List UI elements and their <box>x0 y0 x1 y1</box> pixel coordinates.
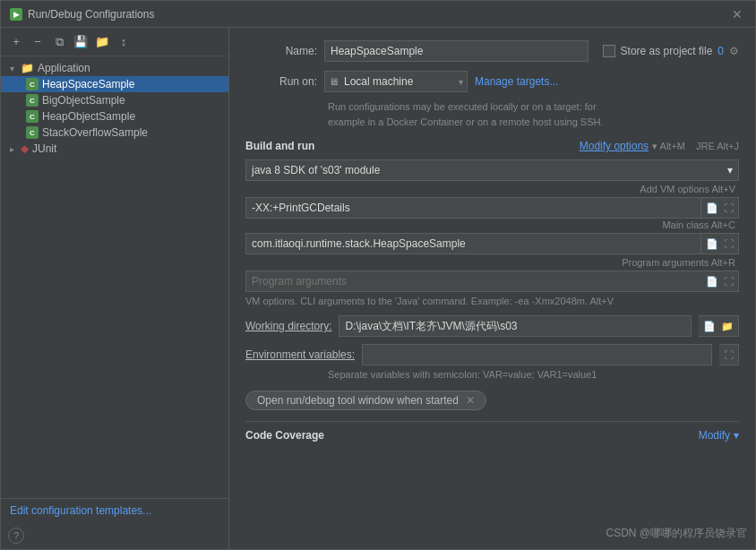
main-class-row: 📄 ⛶ <box>245 233 739 254</box>
build-run-header: Build and run Modify options ▾ Alt+M JRE… <box>245 140 739 152</box>
vm-folder-icon[interactable]: 📄 <box>704 202 720 215</box>
sdk-dropdown[interactable]: java 8 SDK of 's03' module ▾ <box>245 159 739 181</box>
env-hint: Separate variables with semicolon: VAR=v… <box>328 369 739 380</box>
modify-arrow-icon: ▾ <box>734 429 739 442</box>
add-config-button[interactable]: + <box>6 32 26 52</box>
add-vm-hint: Add VM options Alt+V <box>636 183 739 195</box>
vm-hint-text: VM options. CLI arguments to the 'Java' … <box>245 296 739 306</box>
title-bar: ▶ Run/Debug Configurations ✕ <box>1 1 755 28</box>
store-badge: 0 <box>717 45 724 57</box>
remove-config-button[interactable]: − <box>28 32 47 52</box>
copy-config-button[interactable]: ⧉ <box>49 32 69 52</box>
open-tool-chip[interactable]: Open run/debug tool window when started … <box>245 391 486 410</box>
code-coverage-modify-dropdown[interactable]: Modify ▾ <box>699 429 739 442</box>
dropdown-arrow-icon: ▾ <box>459 77 463 87</box>
vm-options-row: 📄 ⛶ <box>245 197 739 219</box>
junit-icon: ◆ <box>21 142 29 155</box>
chevron-right-icon: ▸ <box>6 144 17 154</box>
name-input[interactable] <box>324 40 588 62</box>
help-button[interactable]: ? <box>8 528 24 544</box>
vm-options-input[interactable] <box>245 197 701 219</box>
env-vars-expand-icon[interactable]: ⛶ <box>722 348 735 361</box>
class-icon: C <box>26 78 39 90</box>
env-vars-row: Environment variables: ⛶ <box>245 344 739 365</box>
store-checkbox[interactable] <box>603 45 615 57</box>
modify-options: Modify options ▾ Alt+M JRE Alt+J <box>580 140 739 152</box>
application-group-label: Application <box>38 62 90 74</box>
code-coverage-row: Code Coverage Modify ▾ <box>245 421 739 442</box>
main-class-folder-icon[interactable]: 📄 <box>704 237 720 251</box>
left-footer-bottom: ? <box>1 522 228 549</box>
junit-group-label: JUnit <box>32 142 56 155</box>
main-class-hint: Main class Alt+C <box>658 219 739 231</box>
left-footer: Edit configuration templates... <box>1 498 228 522</box>
main-class-field-icons: 📄 ⛶ <box>701 233 739 254</box>
jre-hint: JRE Alt+J <box>696 141 739 151</box>
app-icon: ▶ <box>10 8 22 21</box>
config-tree: ▾ 📁 Application C HeapSpaceSample C BigO… <box>1 56 228 498</box>
class-icon: C <box>26 110 39 123</box>
junit-group[interactable]: ▸ ◆ JUnit <box>1 141 228 157</box>
run-on-dropdown[interactable]: 🖥 Local machine ▾ <box>324 71 468 92</box>
class-icon: C <box>26 126 39 139</box>
prog-args-folder-icon[interactable]: 📄 <box>704 275 720 288</box>
env-vars-field-icons: ⛶ <box>719 344 739 365</box>
name-row: Name: Store as project file 0 ⚙ <box>245 40 739 62</box>
sdk-value: java 8 SDK of 's03' module <box>252 164 380 176</box>
run-on-label: Run on: <box>245 75 317 88</box>
run-on-value: Local machine <box>344 75 413 88</box>
working-dir-field-icons: 📄 📁 <box>699 315 739 337</box>
prog-args-hint-row: Program arguments Alt+R <box>245 256 739 269</box>
sdk-dropdown-arrow: ▾ <box>727 164 733 176</box>
config-item-heapobjectsample[interactable]: C HeapObjectSample <box>1 108 228 125</box>
modify-shortcut: ▾ Alt+M <box>652 141 685 152</box>
add-vm-hint-row: Add VM options Alt+V <box>245 183 739 195</box>
config-item-label: HeapSpaceSample <box>42 78 134 90</box>
modify-options-link[interactable]: Modify options <box>580 140 649 152</box>
application-group[interactable]: ▾ 📁 Application <box>1 60 228 76</box>
open-tool-label: Open run/debug tool window when started <box>257 394 459 407</box>
manage-targets-link[interactable]: Manage targets... <box>475 75 558 88</box>
gear-icon[interactable]: ⚙ <box>729 45 739 57</box>
chevron-down-icon: ▾ <box>6 64 17 73</box>
prog-args-hint: Program arguments Alt+R <box>618 256 739 269</box>
left-panel: + − ⧉ 💾 📁 ↕ <box>1 28 229 549</box>
save-config-button[interactable]: 💾 <box>71 32 90 52</box>
main-class-expand-icon[interactable]: ⛶ <box>722 237 735 250</box>
config-item-bigobjectsample[interactable]: C BigObjectSample <box>1 92 228 108</box>
build-run-title: Build and run <box>245 140 314 152</box>
main-class-input[interactable] <box>245 233 701 254</box>
working-dir-label: Working directory: <box>245 320 331 332</box>
class-icon: C <box>26 94 39 107</box>
store-checkbox-area: Store as project file 0 ⚙ <box>603 45 739 57</box>
code-coverage-title: Code Coverage <box>245 429 324 442</box>
vm-expand-icon[interactable]: ⛶ <box>722 202 735 214</box>
config-item-label: BigObjectSample <box>42 94 125 107</box>
close-button[interactable]: ✕ <box>728 7 746 21</box>
right-panel: Name: Store as project file 0 ⚙ Run on: … <box>229 28 755 549</box>
prog-args-input[interactable] <box>245 271 739 292</box>
name-label: Name: <box>245 45 317 57</box>
config-item-heapspacesample[interactable]: C HeapSpaceSample <box>1 76 228 92</box>
prog-args-row: 📄 ⛶ <box>245 271 739 292</box>
folder-icon: 📁 <box>21 62 34 74</box>
edit-templates-link[interactable]: Edit configuration templates... <box>10 504 151 517</box>
store-label: Store as project file <box>621 45 713 57</box>
folder-config-button[interactable]: 📁 <box>92 32 112 52</box>
chip-close-icon[interactable]: ✕ <box>466 394 475 407</box>
prog-args-expand-icon[interactable]: ⛶ <box>722 275 735 288</box>
config-item-stackoverflowsample[interactable]: C StackOverflowSample <box>1 125 228 141</box>
vm-field-icons: 📄 ⛶ <box>701 197 739 219</box>
working-dir-folder-icon[interactable]: 📁 <box>719 320 735 333</box>
env-vars-input[interactable] <box>362 344 712 365</box>
working-dir-file-icon[interactable]: 📄 <box>701 320 717 333</box>
modify-label: Modify <box>699 429 730 442</box>
main-class-hint-row: Main class Alt+C <box>245 219 739 231</box>
toolbar: + − ⧉ 💾 📁 ↕ <box>1 28 228 56</box>
dialog-title: Run/Debug Configurations <box>28 8 154 21</box>
sort-config-button[interactable]: ↕ <box>114 32 133 52</box>
working-dir-input[interactable] <box>339 315 692 337</box>
prog-args-field-icons: 📄 ⛶ <box>701 271 739 292</box>
working-dir-row: Working directory: 📄 📁 <box>245 315 739 337</box>
run-on-row: Run on: 🖥 Local machine ▾ Manage targets… <box>245 71 739 92</box>
